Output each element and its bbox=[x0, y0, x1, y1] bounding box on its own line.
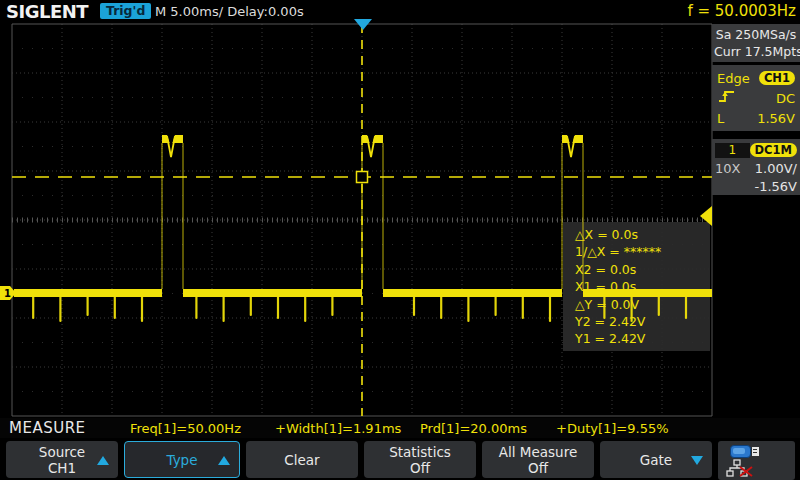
trigger-source-badge: CH1 bbox=[759, 71, 795, 85]
source-button-label: Source bbox=[39, 444, 85, 460]
acquisition-panel: Sa 250MSa/s Curr 17.5Mpts bbox=[712, 24, 800, 62]
channel1-panel[interactable]: 1 DC1M 10X 1.00V/ -1.56V bbox=[712, 139, 800, 195]
statistics-button-value: Off bbox=[410, 460, 430, 476]
waveform-area[interactable]: 1 bbox=[0, 0, 800, 480]
all-measure-button[interactable]: All Measure Off bbox=[482, 441, 594, 478]
statistics-button[interactable]: Statistics Off bbox=[364, 441, 476, 478]
measure-pduty: +Duty[1]=9.55% bbox=[556, 421, 669, 436]
channel-coupling-badge: DC1M bbox=[750, 143, 797, 157]
type-button[interactable]: Type bbox=[124, 441, 240, 478]
up-arrow-icon bbox=[97, 456, 109, 465]
trigger-type: Edge bbox=[717, 71, 750, 86]
statistics-button-label: Statistics bbox=[389, 444, 451, 460]
oscilloscope-screen: SIGLENT Trig'd M 5.00ms/ Delay:0.00s f =… bbox=[0, 0, 800, 480]
memory-depth: Curr 17.5Mpts bbox=[714, 43, 798, 60]
clear-button[interactable]: Clear bbox=[246, 441, 358, 478]
clear-button-label: Clear bbox=[284, 452, 319, 468]
measurement-bar: MEASURE Freq[1]=50.00Hz +Width[1]=1.91ms… bbox=[0, 418, 800, 438]
trigger-level-value: 1.56V bbox=[757, 111, 795, 126]
io-status-block bbox=[718, 441, 795, 480]
measure-freq: Freq[1]=50.00Hz bbox=[130, 421, 241, 436]
channel-offset: -1.56V bbox=[754, 179, 797, 194]
channel-scale: 1.00V/ bbox=[755, 161, 797, 176]
channel-number-badge: 1 bbox=[715, 143, 750, 158]
down-arrow-icon bbox=[691, 456, 703, 465]
up-arrow-icon bbox=[218, 456, 230, 465]
trigger-panel[interactable]: Edge CH1 DC L 1.56V bbox=[712, 65, 800, 131]
measure-title: MEASURE bbox=[9, 419, 86, 437]
usb-device-icon bbox=[730, 445, 760, 458]
type-button-label: Type bbox=[166, 452, 197, 468]
gate-button-label: Gate bbox=[640, 452, 672, 468]
right-sidebar: Sa 250MSa/s Curr 17.5Mpts Edge CH1 DC L … bbox=[712, 24, 800, 420]
trigger-level-label: L bbox=[717, 111, 724, 126]
measure-pwidth: +Width[1]=1.91ms bbox=[275, 421, 401, 436]
gate-button[interactable]: Gate bbox=[600, 441, 712, 478]
svg-text:1: 1 bbox=[4, 288, 11, 299]
softkey-menu-bar: Source CH1 Type Clear Statistics Off All… bbox=[0, 440, 800, 480]
rising-edge-icon bbox=[717, 88, 737, 108]
lan-disconnected-icon bbox=[726, 459, 760, 477]
probe-attenuation: 10X bbox=[715, 161, 740, 176]
trigger-coupling: DC bbox=[776, 91, 795, 106]
source-button-value: CH1 bbox=[48, 460, 76, 476]
measure-period: Prd[1]=20.00ms bbox=[420, 421, 527, 436]
sample-rate: Sa 250MSa/s bbox=[714, 26, 798, 43]
source-button[interactable]: Source CH1 bbox=[6, 441, 118, 478]
all-measure-button-label: All Measure bbox=[499, 444, 577, 460]
all-measure-button-value: Off bbox=[528, 460, 548, 476]
